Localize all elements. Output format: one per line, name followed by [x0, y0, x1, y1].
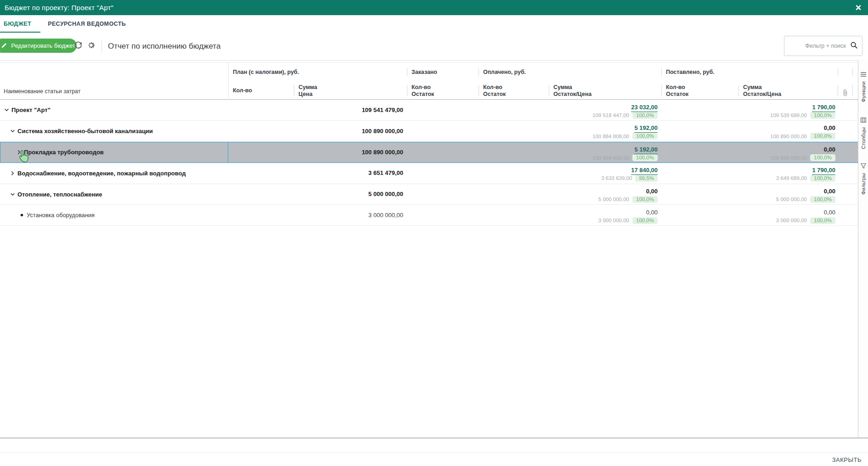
settings-button[interactable]: [85, 40, 96, 51]
delivered-sum-cell: 1 790,00109 539 689,00100,0%: [738, 100, 839, 121]
header-divider: [661, 68, 662, 76]
paid-sum-cell-remainder: 109 518 447,00100,0%: [592, 112, 658, 119]
plan-sum-cell: 100 890 000,00: [294, 121, 407, 141]
report-title: Отчет по исполнению бюджета: [108, 33, 220, 60]
paid-sum-cell-remainder: 100 884 808,00100,0%: [592, 154, 658, 161]
edit-budget-label: Редактировать бюджет: [11, 42, 75, 49]
header-divider: [852, 68, 853, 76]
paperclip-icon: [842, 88, 849, 100]
delivered-sum-cell-value[interactable]: 1 790,00: [812, 167, 835, 175]
delivered-sum-cell-remainder-value: 3 649 689,00: [776, 175, 807, 181]
delivered-sum-cell-remainder: 3 649 689,00100,0%: [776, 175, 835, 182]
cost-item-name: Прокладка трубопроводов: [24, 149, 104, 156]
close-icon[interactable]: ×: [851, 0, 865, 15]
delivered-sum-cell-remainder: 109 539 689,00100,0%: [770, 112, 835, 119]
paid-sum-cell-remainder: 3 633 639,0099,5%: [601, 175, 658, 182]
side-tab-filters[interactable]: Фильтры: [858, 162, 868, 195]
tab-resource-sheet-label: РЕСУРСНАЯ ВЕДОМОСТЬ: [48, 21, 126, 27]
percent-badge: 100,0%: [810, 133, 835, 140]
subheader-delivered-qty: Кол-во Остаток: [661, 82, 738, 100]
cost-item-name-cell: Проект "Арт": [0, 100, 228, 121]
paid-sum-cell-value: 0,00: [646, 209, 658, 216]
header-divider: [407, 68, 407, 76]
search-icon[interactable]: [850, 41, 858, 51]
delivered-sum-cell-remainder: 100 890 000,00100,0%: [770, 133, 835, 140]
paid-sum-cell: 17 840,003 633 639,0099,5%: [549, 163, 661, 184]
paid-sum-cell-value[interactable]: 17 840,00: [631, 167, 658, 175]
tab-budget-label: БЮДЖЕТ: [4, 21, 31, 27]
percent-badge: 100,0%: [632, 133, 658, 140]
chevron-down-icon[interactable]: [10, 192, 16, 197]
paid-sum-cell-remainder: 100 884 808,00100,0%: [592, 133, 658, 140]
paid-sum-cell-remainder-value: 3 000 000,00: [598, 218, 629, 223]
delivered-sum-cell-remainder: 100 890 000,00100,0%: [770, 154, 835, 161]
pencil-icon: [1, 42, 7, 50]
table-row[interactable]: Отопление, теплоснабжение5 000 000,000,0…: [0, 184, 858, 205]
chevron-down-icon[interactable]: [10, 129, 16, 134]
chevron-down-icon[interactable]: [4, 107, 10, 112]
tab-budget[interactable]: БЮДЖЕТ: [0, 15, 40, 33]
chevron-right-icon[interactable]: [16, 150, 22, 155]
budget-dialog: Бюджет по проекту: Проект "Арт" × БЮДЖЕТ…: [0, 0, 868, 466]
table-row[interactable]: Проект "Арт"109 541 479,0023 032,00109 5…: [0, 100, 858, 121]
delivered-sum-cell-remainder-value: 5 000 000,00: [776, 197, 807, 202]
toolbar: Редактировать бюджет Отчет по исполнению…: [0, 33, 868, 61]
header-divider: [738, 85, 739, 96]
header-divider: [294, 85, 294, 96]
header-divider: [661, 85, 662, 96]
delivered-sum-cell-value: 0,00: [824, 188, 835, 195]
paid-sum-cell-value[interactable]: 5 192,00: [634, 124, 658, 133]
refresh-icon: [74, 41, 83, 51]
paid-sum-cell: 0,005 000 000,00100,0%: [549, 184, 661, 205]
cost-item-name-cell: Отопление, теплоснабжение: [0, 184, 228, 205]
plan-sum-cell-value: 3 000 000,00: [368, 212, 403, 219]
table-row[interactable]: Система хозяйственно-бытовой канализации…: [0, 121, 858, 142]
percent-badge: 100,0%: [632, 112, 658, 119]
side-tab-columns[interactable]: Столбцы: [858, 116, 868, 149]
plan-sum-cell: 3 000 000,00: [294, 205, 407, 226]
delivered-sum-cell-remainder: 5 000 000,00100,0%: [776, 196, 835, 203]
group-header-delivered: Поставлено, руб.: [661, 62, 839, 82]
side-tab-filters-label: Фильтры: [861, 173, 866, 195]
cost-item-name: Система хозяйственно-бытовой канализации: [17, 128, 153, 135]
percent-badge: 100,0%: [632, 154, 658, 161]
plan-sum-cell-value: 100 890 000,00: [362, 128, 403, 135]
paid-sum-cell-value: 0,00: [646, 188, 658, 195]
subheader-paid-sum: Сумма Остаток/Цена: [549, 82, 661, 100]
delivered-sum-cell-value[interactable]: 1 790,00: [812, 104, 835, 112]
paid-sum-cell-remainder-value: 5 000 000,00: [598, 197, 629, 202]
paid-sum-cell-remainder-value: 100 884 808,00: [592, 155, 629, 161]
edit-budget-button[interactable]: Редактировать бюджет: [0, 39, 77, 53]
percent-badge: 100,0%: [810, 112, 835, 119]
funnel-icon: [861, 162, 866, 170]
percent-badge: 99,5%: [635, 175, 658, 182]
table-row[interactable]: Водоснабжение, водоотведение, пожарный в…: [0, 163, 858, 184]
plan-sum-cell-value: 109 541 479,00: [362, 107, 403, 114]
filter-search-input[interactable]: [791, 42, 847, 50]
group-header-paid: Оплачено, руб.: [479, 62, 661, 82]
paid-sum-cell-remainder: 5 000 000,00100,0%: [598, 196, 658, 203]
paid-sum-cell-remainder-value: 100 884 808,00: [592, 134, 629, 139]
refresh-button[interactable]: [73, 40, 84, 51]
delivered-sum-cell-value: 0,00: [824, 124, 835, 132]
table-header: Наименование статьи затрат План (с налог…: [0, 62, 858, 100]
percent-badge: 100,0%: [810, 196, 835, 203]
side-tab-functions-label: Функции: [861, 81, 866, 102]
tab-resource-sheet[interactable]: РЕСУРСНАЯ ВЕДОМОСТЬ: [40, 15, 133, 33]
paid-sum-cell-value[interactable]: 23 032,00: [631, 104, 658, 112]
table-row[interactable]: Прокладка трубопроводов100 890 000,005 1…: [0, 142, 858, 163]
percent-badge: 100,0%: [810, 154, 835, 161]
delivered-sum-cell: 1 790,003 649 689,00100,0%: [738, 163, 839, 184]
cost-item-name-cell: Водоснабжение, водоотведение, пожарный в…: [0, 163, 228, 184]
cost-item-name-cell: Прокладка трубопроводов: [0, 142, 228, 163]
header-divider: [549, 85, 549, 96]
paid-sum-cell-remainder: 3 000 000,00100,0%: [598, 217, 658, 224]
delivered-sum-cell-value: 0,00: [824, 146, 835, 153]
chevron-right-icon[interactable]: [10, 171, 16, 176]
delivered-sum-cell-remainder-value: 3 000 000,00: [776, 218, 807, 223]
side-tab-functions[interactable]: Функции: [858, 70, 868, 102]
close-dialog-button[interactable]: ЗАКРЫТЬ: [831, 454, 862, 466]
paid-sum-cell-value[interactable]: 5 192,00: [634, 146, 658, 154]
paid-sum-cell: 5 192,00100 884 808,00100,0%: [549, 121, 661, 141]
table-row[interactable]: Установка оборудования3 000 000,000,003 …: [0, 205, 858, 226]
